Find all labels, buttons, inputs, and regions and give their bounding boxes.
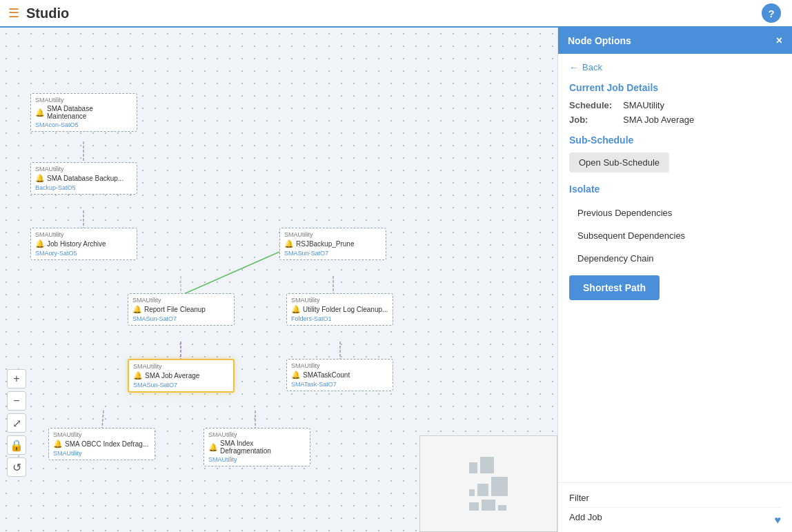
job-label: Job:: [569, 115, 617, 125]
node-sma-index-defragmentation[interactable]: SMAUtility 🔔 SMA Index Defragmentation S…: [204, 428, 310, 466]
node-name-label: 🔔 SMA Database Maintenance: [35, 105, 132, 120]
node-schedule: SMAcon-SatO5: [35, 121, 132, 128]
node-icon: 🔔: [208, 443, 218, 452]
node-type-label: SMAUtility: [132, 297, 230, 304]
zoom-out-button[interactable]: −: [7, 391, 26, 411]
node-schedule: SMAUtility: [208, 456, 306, 463]
node-utility-folder-log-cleanup[interactable]: SMAUtility 🔔 Utility Folder Log Cleanup.…: [286, 293, 393, 326]
node-icon: 🔔: [291, 371, 301, 380]
job-row: Job: SMA Job Average: [569, 115, 781, 125]
help-button[interactable]: ?: [762, 3, 781, 23]
schedule-label: Schedule:: [569, 100, 617, 110]
main-layout: SMAUtility 🔔 SMA Database Maintenance SM…: [0, 28, 792, 532]
node-type-label: SMAUtility: [208, 431, 306, 438]
panel-header: Node Options ×: [558, 28, 792, 54]
subsequent-dependencies-item[interactable]: Subsequent Dependencies: [569, 224, 781, 247]
panel-footer: Filter Add Job: [558, 482, 792, 532]
node-schedule: Folders-SatO1: [291, 315, 388, 322]
node-icon: 🔔: [35, 239, 45, 248]
node-sma-obcc-index-defrag[interactable]: SMAUtility 🔔 SMA OBCC Index Defrag... SM…: [48, 428, 155, 460]
job-value: SMA Job Average: [623, 115, 694, 125]
previous-dependencies-item[interactable]: Previous Dependencies: [569, 201, 781, 224]
svg-line-6: [181, 252, 279, 295]
schedule-value: SMAUtility: [623, 100, 664, 110]
workflow-canvas[interactable]: SMAUtility 🔔 SMA Database Maintenance SM…: [0, 28, 557, 532]
node-sma-taskcount[interactable]: SMAUtility 🔔 SMATaskCount SMATask-SatO7: [286, 359, 393, 391]
dependency-chain-item[interactable]: Dependency Chain: [569, 247, 781, 270]
zoom-in-button[interactable]: +: [7, 369, 26, 388]
node-type-label: SMAUtility: [35, 166, 132, 173]
node-type-label: SMAUtility: [35, 231, 132, 238]
open-sub-schedule-button[interactable]: Open Sub-Schedule: [569, 152, 669, 173]
back-arrow-icon: ←: [569, 62, 578, 72]
menu-icon[interactable]: ☰: [8, 6, 19, 21]
node-schedule: SMASun-SatO7: [132, 315, 230, 322]
node-name-label: 🔔 RSJBackup_Prune: [284, 239, 382, 248]
svg-line-7: [102, 411, 103, 428]
node-schedule: SMASun-SatO7: [284, 250, 382, 257]
lock-button[interactable]: 🔒: [7, 435, 26, 455]
node-icon: 🔔: [35, 108, 45, 117]
sub-schedule-section-title: Sub-Schedule: [569, 135, 781, 146]
node-type-label: SMAUtility: [291, 297, 388, 304]
node-rsjbackup-prune[interactable]: SMAUtility 🔔 RSJBackup_Prune SMASun-SatO…: [279, 228, 386, 260]
node-icon: 🔔: [132, 305, 142, 314]
heartbeat-icon: ♥: [775, 514, 782, 526]
node-type-label: SMAUtility: [133, 363, 229, 370]
node-name-label: 🔔 Report File Cleanup: [132, 305, 230, 314]
node-sma-database-backup[interactable]: SMAUtility 🔔 SMA Database Backup... Back…: [30, 162, 137, 195]
node-type-label: SMAUtility: [291, 362, 388, 369]
node-name-label: 🔔 SMA Job Average: [133, 371, 229, 380]
node-type-label: SMAUtility: [284, 231, 382, 238]
schedule-row: Schedule: SMAUtility: [569, 100, 781, 110]
node-icon: 🔔: [284, 239, 294, 248]
panel-body: ← Back Current Job Details Schedule: SMA…: [558, 54, 792, 482]
close-panel-button[interactable]: ×: [776, 35, 782, 47]
panel-title: Node Options: [568, 35, 631, 46]
node-name-label: 🔔 SMA OBCC Index Defrag...: [53, 440, 150, 449]
node-icon: 🔔: [53, 440, 63, 449]
back-button[interactable]: ← Back: [569, 62, 781, 72]
node-job-history-archive[interactable]: SMAUtility 🔔 Job History Archive SMAory-…: [30, 228, 137, 260]
refresh-button[interactable]: ↺: [7, 457, 26, 477]
back-label: Back: [582, 62, 602, 72]
current-job-section-title: Current Job Details: [569, 82, 781, 93]
node-options-panel: Node Options × ← Back Current Job Detail…: [557, 28, 792, 532]
node-schedule: SMAUtility: [53, 450, 150, 457]
node-icon: 🔔: [35, 174, 45, 183]
app-title: Studio: [26, 6, 69, 21]
topbar: ☰ Studio ?: [0, 0, 792, 28]
node-schedule: SMASun-SatO7: [133, 382, 229, 388]
minimap-thumbnail: [419, 435, 557, 532]
node-schedule: SMAory-SatO5: [35, 250, 132, 257]
node-name-label: 🔔 SMATaskCount: [291, 371, 388, 380]
fit-button[interactable]: ⤢: [7, 413, 26, 433]
node-name-label: 🔔 SMA Index Defragmentation: [208, 440, 306, 455]
node-sma-job-average[interactable]: SMAUtility 🔔 SMA Job Average SMASun-SatO…: [128, 359, 235, 393]
node-type-label: SMAUtility: [53, 431, 150, 438]
filter-item[interactable]: Filter: [569, 489, 781, 508]
node-name-label: 🔔 Utility Folder Log Cleanup...: [291, 305, 388, 314]
node-schedule: SMATask-SatO7: [291, 381, 388, 388]
shortest-path-button[interactable]: Shortest Path: [569, 275, 660, 300]
node-type-label: SMAUtility: [35, 97, 132, 104]
node-name-label: 🔔 SMA Database Backup...: [35, 174, 132, 183]
zoom-controls: + − ⤢ 🔒 ↺: [7, 369, 26, 477]
isolate-section-title: Isolate: [569, 184, 781, 195]
node-sma-database-maintenance[interactable]: SMAUtility 🔔 SMA Database Maintenance SM…: [30, 93, 137, 132]
minimap-bars: [469, 457, 508, 511]
node-schedule: Backup-SatO5: [35, 184, 132, 191]
node-name-label: 🔔 Job History Archive: [35, 239, 132, 248]
add-job-item[interactable]: Add Job: [569, 508, 781, 526]
node-icon: 🔔: [133, 371, 143, 380]
node-report-file-cleanup[interactable]: SMAUtility 🔔 Report File Cleanup SMASun-…: [128, 293, 235, 326]
node-icon: 🔔: [291, 305, 301, 314]
